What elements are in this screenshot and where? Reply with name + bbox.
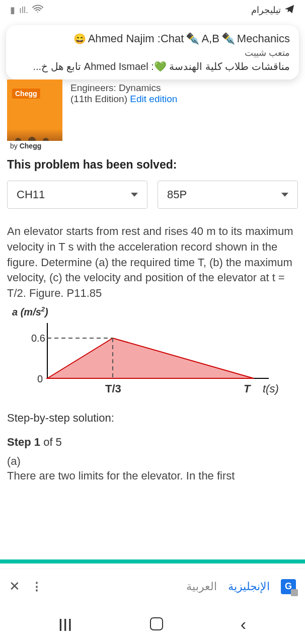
problem-value: 85P bbox=[167, 188, 187, 201]
notif-sender: Ahmed Najim :Chat bbox=[88, 32, 184, 45]
chevron-down-icon bbox=[131, 193, 138, 197]
notif-subtitle: متعب شييت bbox=[15, 47, 290, 58]
chegg-badge: Chegg bbox=[12, 89, 40, 99]
notif-right: Mechanics bbox=[237, 32, 290, 45]
xtick-T: T bbox=[244, 382, 251, 395]
battery-icon: ▮ bbox=[10, 5, 15, 16]
book-title: Engineers: Dynamics bbox=[70, 83, 177, 94]
app-label: تيليجرام bbox=[251, 5, 281, 16]
ytick-0.6: 0.6 bbox=[31, 333, 45, 344]
solution-heading: Step-by-step solution: bbox=[7, 412, 298, 425]
lang-english[interactable]: الإنجليزية bbox=[228, 580, 270, 593]
svg-marker-2 bbox=[47, 338, 254, 378]
xlabel: t(s) bbox=[263, 382, 279, 395]
close-icon[interactable]: ✕ bbox=[9, 579, 20, 594]
step-body: (a) There are two limits for the elevato… bbox=[7, 454, 298, 484]
step-counter: Step 1 of 5 bbox=[7, 436, 298, 449]
android-nav-bar: ||| ‹ bbox=[0, 604, 305, 644]
solved-heading: This problem has been solved: bbox=[7, 158, 298, 172]
origin-0: 0 bbox=[37, 373, 43, 384]
chart-ylabel: a (m/s2) bbox=[12, 305, 298, 318]
chapter-select[interactable]: CH11 bbox=[7, 181, 147, 209]
telegram-icon bbox=[284, 4, 295, 17]
chapter-value: CH11 bbox=[17, 188, 45, 201]
more-icon[interactable]: ⋮ bbox=[31, 580, 42, 593]
wifi-icon bbox=[32, 5, 43, 16]
pen-icon: ✒️ bbox=[186, 32, 199, 45]
heart-icon: 💚 bbox=[154, 61, 167, 72]
nav-recent-button[interactable]: ||| bbox=[59, 616, 73, 632]
translate-bar: ✕ ⋮ العربية الإنجليزية G bbox=[0, 569, 305, 604]
acceleration-chart: a (m/s2) 0.6 0 T/3 T t(s) bbox=[7, 305, 298, 398]
problem-text: An elevator starts from rest and rises 4… bbox=[7, 224, 298, 301]
notif-body: مناقشات طلاب كلية الهندسة 💚: Ahmed Ismae… bbox=[15, 60, 290, 72]
book-cover[interactable]: Chegg by Chegg bbox=[7, 79, 62, 150]
xtick-T3: T/3 bbox=[105, 382, 121, 395]
pen-icon: ✒️ bbox=[221, 32, 235, 45]
book-edition: (11th Edition) bbox=[70, 94, 127, 104]
progress-divider bbox=[0, 559, 305, 564]
nav-home-button[interactable] bbox=[150, 617, 163, 630]
chevron-down-icon bbox=[281, 193, 288, 197]
by-chegg-label: by Chegg bbox=[7, 141, 62, 151]
problem-select[interactable]: 85P bbox=[158, 181, 298, 209]
signal-icon: ıll. bbox=[19, 5, 28, 16]
notif-mid: A,B bbox=[201, 32, 219, 45]
lang-arabic[interactable]: العربية bbox=[186, 580, 217, 593]
nav-back-button[interactable]: ‹ bbox=[241, 614, 246, 634]
laugh-emoji-icon: 😄 bbox=[73, 33, 86, 45]
google-translate-icon[interactable]: G bbox=[281, 579, 296, 594]
edit-edition-link[interactable]: Edit edition bbox=[130, 94, 177, 104]
notification-card[interactable]: 😄 Ahmed Najim :Chat ✒️ A,B ✒️ Mechanics … bbox=[6, 25, 299, 79]
